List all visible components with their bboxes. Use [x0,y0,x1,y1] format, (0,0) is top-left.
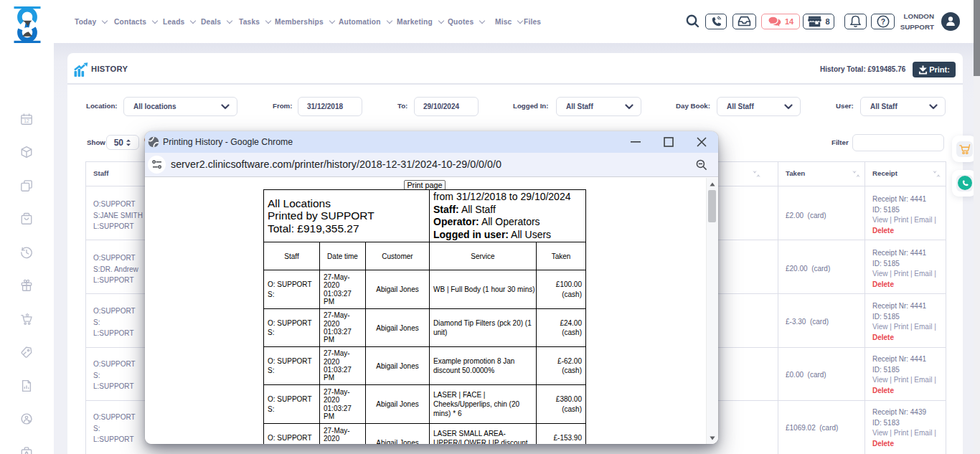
svg-text:12: 12 [24,118,29,123]
